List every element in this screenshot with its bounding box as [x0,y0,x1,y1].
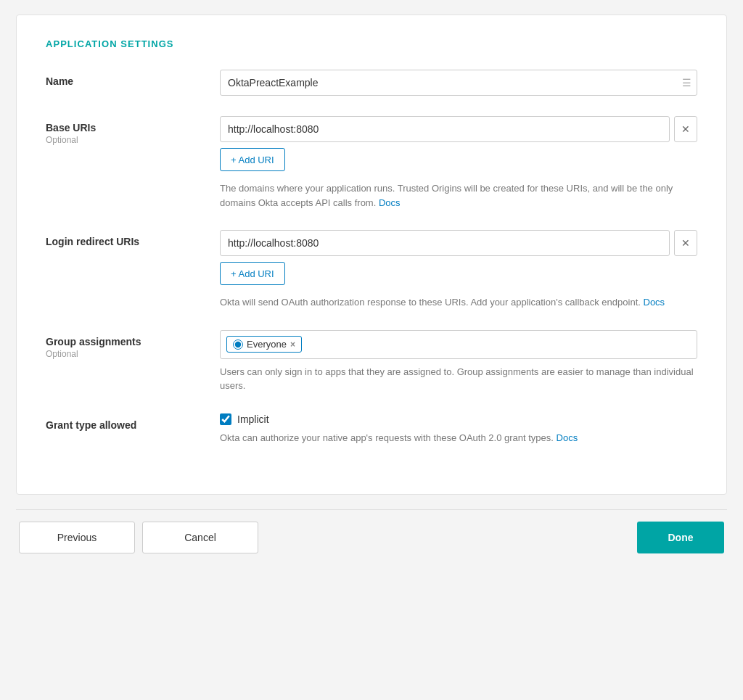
group-assignments-control: Everyone × Users can only sign in to app… [220,330,697,393]
base-uris-label-group: Base URIs Optional [46,116,220,145]
grant-type-help: Okta can authorize your native app's req… [220,431,697,445]
implicit-checkbox[interactable] [220,413,231,425]
group-assignments-row: Group assignments Optional Everyone × Us… [46,330,697,393]
grant-type-checkbox-row: Implicit [220,413,697,425]
name-row: Name ☰ [46,70,697,96]
name-input-icon: ☰ [682,77,691,88]
name-label-group: Name [46,70,220,87]
base-uris-row: Base URIs Optional ✕ + Add URI The domai… [46,116,697,210]
implicit-label: Implicit [237,413,269,425]
group-tag-label: Everyone [247,339,287,350]
grant-type-label: Grant type allowed [46,419,220,431]
login-redirect-control: ✕ + Add URI Okta will send OAuth authori… [220,230,697,310]
name-control: ☰ [220,70,697,96]
login-redirect-docs-link[interactable]: Docs [644,297,665,308]
group-assignments-help: Users can only sign in to apps that they… [220,365,697,393]
group-tag-close[interactable]: × [290,339,295,350]
grant-type-docs-link[interactable]: Docs [557,432,578,443]
name-input-wrapper: ☰ [220,70,697,96]
login-redirect-add-button[interactable]: + Add URI [220,262,285,285]
footer-left: Previous Cancel [19,522,258,553]
login-redirect-input-row: ✕ [220,230,697,256]
login-redirect-help: Okta will send OAuth authorization respo… [220,295,697,310]
base-uris-input[interactable] [220,116,670,142]
name-input[interactable] [220,70,697,96]
group-assignments-label-group: Group assignments Optional [46,330,220,359]
name-label: Name [46,75,220,87]
settings-card: APPLICATION SETTINGS Name ☰ Base URIs Op… [16,15,727,495]
group-assignments-sublabel: Optional [46,349,220,359]
login-redirect-input[interactable] [220,230,670,256]
previous-button[interactable]: Previous [19,522,135,553]
grant-type-row: Grant type allowed Implicit Okta can aut… [46,413,697,445]
section-title: APPLICATION SETTINGS [46,38,697,49]
login-redirect-row: Login redirect URIs ✕ + Add URI Okta wil… [46,230,697,310]
grant-type-control: Implicit Okta can authorize your native … [220,413,697,445]
login-redirect-clear-button[interactable]: ✕ [674,230,697,256]
group-tag-everyone: Everyone × [226,336,302,353]
base-uris-control: ✕ + Add URI The domains where your appli… [220,116,697,210]
cancel-button[interactable]: Cancel [142,522,258,553]
login-redirect-label-group: Login redirect URIs [46,230,220,247]
base-uris-docs-link[interactable]: Docs [379,197,401,208]
base-uris-label: Base URIs [46,122,220,133]
grant-type-label-group: Grant type allowed [46,413,220,431]
base-uris-help: The domains where your application runs.… [220,181,697,210]
done-button[interactable]: Done [637,522,724,553]
base-uris-input-row: ✕ [220,116,697,142]
base-uris-add-button[interactable]: + Add URI [220,148,285,171]
group-tag-radio[interactable] [233,339,243,350]
group-tag-input[interactable]: Everyone × [220,330,697,359]
login-redirect-label: Login redirect URIs [46,236,220,247]
base-uris-clear-button[interactable]: ✕ [674,116,697,142]
footer-bar: Previous Cancel Done [16,522,727,553]
group-assignments-label: Group assignments [46,336,220,347]
base-uris-sublabel: Optional [46,135,220,145]
